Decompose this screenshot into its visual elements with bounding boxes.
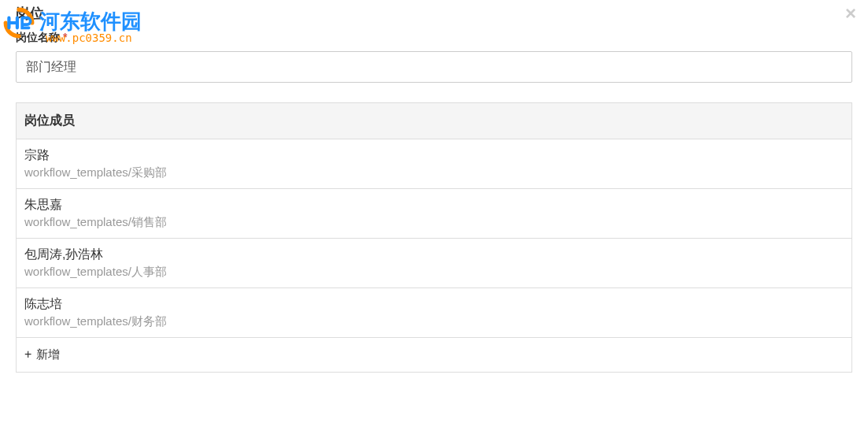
position-name-label: 岗位名称 * bbox=[16, 31, 852, 45]
member-row[interactable]: 宗路 workflow_templates/采购部 bbox=[16, 139, 852, 189]
position-name-input[interactable] bbox=[16, 51, 852, 83]
close-icon: × bbox=[845, 2, 856, 24]
member-name: 陈志培 bbox=[24, 296, 844, 313]
member-name: 包周涛,孙浩林 bbox=[24, 247, 844, 263]
member-path: workflow_templates/采购部 bbox=[24, 165, 844, 180]
member-path: workflow_templates/财务部 bbox=[24, 314, 844, 329]
members-header: 岗位成员 bbox=[16, 102, 852, 139]
member-row[interactable]: 包周涛,孙浩林 workflow_templates/人事部 bbox=[16, 239, 852, 288]
position-name-label-text: 岗位名称 bbox=[16, 31, 60, 43]
member-row[interactable]: 陈志培 workflow_templates/财务部 bbox=[16, 288, 852, 338]
member-path: workflow_templates/销售部 bbox=[24, 215, 844, 230]
plus-icon: + bbox=[24, 347, 31, 361]
required-indicator: * bbox=[63, 31, 67, 43]
form-section: 岗位名称 * bbox=[0, 31, 868, 91]
add-label: 新增 bbox=[36, 347, 60, 361]
member-name: 朱思嘉 bbox=[24, 197, 844, 213]
add-member-button[interactable]: +新增 bbox=[16, 338, 852, 373]
close-button[interactable]: × bbox=[845, 4, 856, 23]
members-section: 岗位成员 宗路 workflow_templates/采购部 朱思嘉 workf… bbox=[16, 102, 852, 373]
member-path: workflow_templates/人事部 bbox=[24, 265, 844, 280]
modal-title: 岗位 bbox=[0, 0, 868, 31]
member-name: 宗路 bbox=[24, 147, 844, 164]
member-row[interactable]: 朱思嘉 workflow_templates/销售部 bbox=[16, 189, 852, 239]
